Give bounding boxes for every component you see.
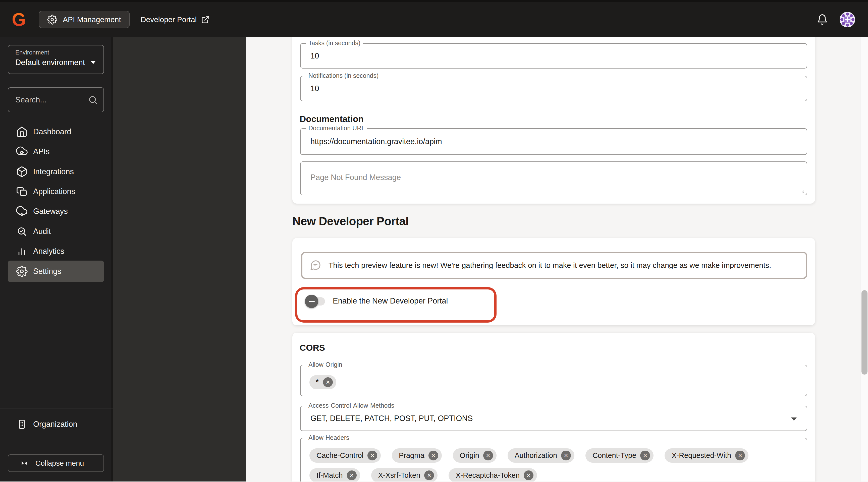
notifications-field[interactable]: Notifications (in seconds) [300,76,807,101]
new-developer-portal-card: This tech preview feature is new! We're … [292,238,815,325]
remove-chip-icon[interactable]: ✕ [367,451,377,460]
remove-chip-icon[interactable]: ✕ [323,377,333,387]
user-avatar[interactable] [840,12,855,27]
gear-icon [16,266,28,277]
gear-icon [47,14,57,25]
product-switcher-label: API Management [63,15,121,24]
origin-chip: * ✕ [309,375,336,389]
toggle-thumb[interactable] [305,295,318,308]
sidebar-item-audit[interactable]: Audit [8,221,104,242]
remove-chip-icon[interactable]: ✕ [424,471,434,480]
product-switcher-button[interactable]: API Management [39,11,130,28]
search-input[interactable] [15,95,88,104]
developer-portal-link[interactable]: Developer Portal [141,15,210,24]
search-icon [88,95,98,105]
select-arrow-icon [791,417,797,421]
remove-chip-icon[interactable]: ✕ [483,451,493,460]
documentation-url-input[interactable] [310,137,715,146]
header-chip: Cache-Control✕ [309,448,381,463]
sidebar-item-analytics[interactable]: Analytics [8,240,104,262]
environment-value: Default environment [15,58,85,67]
header-chip: X-Requested-With✕ [664,448,748,463]
remove-chip-icon[interactable]: ✕ [524,471,533,480]
collapse-menu-label: Collapse menu [35,459,84,468]
vertical-scrollbar[interactable] [860,37,868,482]
sidebar-divider [0,445,113,445]
chat-bubble-icon [309,259,321,271]
tasks-field-label: Tasks (in seconds) [306,39,363,47]
notifications-input[interactable] [310,84,715,93]
resize-handle-icon[interactable] [800,188,805,193]
cors-heading: CORS [300,343,325,353]
window-top-strip [0,0,868,2]
cube-icon [16,166,28,178]
sidebar-item-label: APIs [33,147,50,156]
header-chip: Authorization✕ [507,448,575,463]
header-chip: X-Recaptcha-Token✕ [448,468,537,482]
settings-subpanel [113,37,246,482]
collapse-menu-button[interactable]: Collapse menu [8,454,104,472]
building-icon [16,418,28,430]
header-chip: X-Xsrf-Token✕ [371,468,438,482]
remove-chip-icon[interactable]: ✕ [347,471,356,480]
documentation-url-label: Documentation URL [306,125,367,132]
sidebar-item-label: Dashboard [33,127,71,136]
allow-origin-label: Allow-Origin [306,361,345,368]
sidebar-item-apis[interactable]: APIs [8,141,104,162]
page-not-found-textarea[interactable] [310,164,797,192]
sidebar-item-label: Gateways [33,207,68,216]
remove-chip-icon[interactable]: ✕ [561,451,571,460]
cloud-node-icon [16,205,28,217]
sidebar-item-label: Audit [33,227,51,236]
allow-methods-field[interactable]: Access-Control-Allow-Methods GET, DELETE… [300,406,807,431]
documentation-url-field[interactable]: Documentation URL [300,128,807,155]
sidebar-item-settings[interactable]: Settings [8,261,104,282]
notifications-bell-icon[interactable] [816,14,828,25]
tech-preview-banner: This tech preview feature is new! We're … [301,252,807,279]
tasks-field[interactable]: Tasks (in seconds) [300,43,807,68]
new-developer-portal-heading: New Developer Portal [292,214,409,228]
sidebar-item-label: Integrations [33,167,74,176]
allow-methods-value: GET, DELETE, PATCH, POST, PUT, OPTIONS [310,414,715,423]
page-not-found-field[interactable] [300,161,807,195]
tech-preview-banner-text: This tech preview feature is new! We're … [329,261,771,269]
sidebar-item-label: Organization [33,420,78,429]
environment-selector[interactable]: Environment Default environment [8,45,104,74]
cors-card: CORS Allow-Origin * ✕ Access-Control-All… [292,333,815,482]
header-chip: If-Match✕ [309,468,360,482]
sidebar-item-organization[interactable]: Organization [8,414,104,435]
sidebar-divider [0,408,113,409]
remove-chip-icon[interactable]: ✕ [429,451,438,460]
sidebar-item-integrations[interactable]: Integrations [8,161,104,183]
gravitee-logo[interactable]: G [10,11,27,28]
allow-headers-field[interactable]: Allow-Headers Cache-Control✕ Pragma✕ Ori… [300,438,807,482]
remove-chip-icon[interactable]: ✕ [735,451,745,460]
tasks-input[interactable] [310,52,715,61]
remove-chip-icon[interactable]: ✕ [640,451,650,460]
sidebar-item-label: Settings [33,267,61,276]
allow-origin-field[interactable]: Allow-Origin * ✕ [300,365,807,396]
main-sidebar: Environment Default environment Dashboar… [0,37,113,482]
header-chip: Origin✕ [453,448,497,463]
enable-portal-toggle[interactable] [306,297,325,306]
sidebar-item-dashboard[interactable]: Dashboard [8,121,104,142]
cloud-gear-icon [16,146,28,157]
documentation-heading: Documentation [300,114,364,124]
sidebar-search[interactable] [8,87,104,112]
sidebar-item-applications[interactable]: Applications [8,181,104,202]
allow-methods-label: Access-Control-Allow-Methods [306,402,397,409]
collapse-icon [19,458,29,468]
avatar-image [840,12,855,27]
header-chip: Content-Type✕ [585,448,653,463]
environment-label: Environment [15,49,97,56]
enable-portal-toggle-label: Enable the New Developer Portal [333,296,448,306]
scrollbar-thumb[interactable] [862,290,868,375]
notifications-field-label: Notifications (in seconds) [306,72,381,79]
allow-headers-label: Allow-Headers [306,434,352,441]
magnifier-check-icon [16,226,28,237]
settings-content: Tasks (in seconds) Notifications (in sec… [246,37,868,482]
bar-chart-icon [16,246,28,257]
developer-portal-label: Developer Portal [141,15,197,24]
sidebar-item-gateways[interactable]: Gateways [8,201,104,222]
chevron-down-icon [91,61,95,64]
